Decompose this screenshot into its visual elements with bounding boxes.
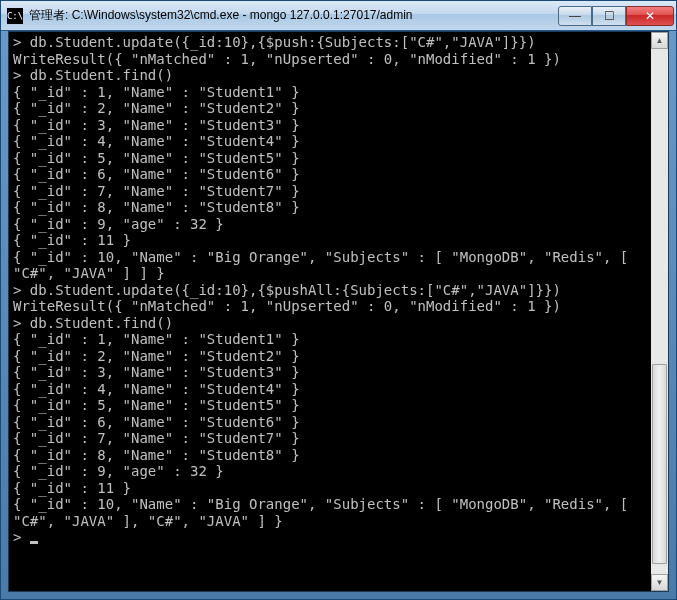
terminal-line: { "_id" : 7, "Name" : "Student7" } <box>13 183 646 200</box>
minimize-button[interactable]: — <box>558 6 592 26</box>
terminal-line: { "_id" : 6, "Name" : "Student6" } <box>13 166 646 183</box>
terminal-line: { "_id" : 8, "Name" : "Student8" } <box>13 447 646 464</box>
terminal-line: { "_id" : 11 } <box>13 480 646 497</box>
cursor <box>30 541 38 544</box>
scroll-down-button[interactable]: ▼ <box>651 574 668 591</box>
terminal-line: > db.Student.update({_id:10},{$pushAll:{… <box>13 282 646 299</box>
cmd-icon-label: C:\ <box>7 11 23 21</box>
terminal-line: { "_id" : 3, "Name" : "Student3" } <box>13 364 646 381</box>
terminal-line: { "_id" : 8, "Name" : "Student8" } <box>13 199 646 216</box>
terminal-line: { "_id" : 2, "Name" : "Student2" } <box>13 348 646 365</box>
terminal-line: > db.Student.update({_id:10},{$push:{Sub… <box>13 34 646 51</box>
terminal-line: { "_id" : 5, "Name" : "Student5" } <box>13 150 646 167</box>
terminal-line: { "_id" : 10, "Name" : "Big Orange", "Su… <box>13 496 646 529</box>
vertical-scrollbar[interactable]: ▲ ▼ <box>651 32 668 591</box>
terminal-line: { "_id" : 9, "age" : 32 } <box>13 216 646 233</box>
terminal-line: { "_id" : 4, "Name" : "Student4" } <box>13 381 646 398</box>
terminal-line: > <box>13 529 646 546</box>
window-controls: — ☐ ✕ <box>558 6 674 26</box>
cmd-window: C:\ 管理者: C:\Windows\system32\cmd.exe - m… <box>0 0 677 600</box>
terminal-line: { "_id" : 9, "age" : 32 } <box>13 463 646 480</box>
terminal-line: { "_id" : 7, "Name" : "Student7" } <box>13 430 646 447</box>
maximize-icon: ☐ <box>604 9 615 23</box>
scroll-up-button[interactable]: ▲ <box>651 32 668 49</box>
close-button[interactable]: ✕ <box>626 6 674 26</box>
chevron-up-icon: ▲ <box>656 36 664 45</box>
cmd-icon: C:\ <box>7 8 23 24</box>
scrollbar-track[interactable] <box>651 49 668 574</box>
titlebar[interactable]: C:\ 管理者: C:\Windows\system32\cmd.exe - m… <box>1 1 676 31</box>
terminal-line: { "_id" : 1, "Name" : "Student1" } <box>13 84 646 101</box>
minimize-icon: — <box>569 9 581 23</box>
terminal-line: { "_id" : 2, "Name" : "Student2" } <box>13 100 646 117</box>
terminal-line: WriteResult({ "nMatched" : 1, "nUpserted… <box>13 51 646 68</box>
scrollbar-thumb[interactable] <box>652 364 667 564</box>
terminal-line: { "_id" : 1, "Name" : "Student1" } <box>13 331 646 348</box>
maximize-button[interactable]: ☐ <box>592 6 626 26</box>
chevron-down-icon: ▼ <box>656 578 664 587</box>
terminal-line: WriteResult({ "nMatched" : 1, "nUpserted… <box>13 298 646 315</box>
window-title: 管理者: C:\Windows\system32\cmd.exe - mongo… <box>29 7 558 24</box>
terminal-line: { "_id" : 11 } <box>13 232 646 249</box>
terminal-line: { "_id" : 10, "Name" : "Big Orange", "Su… <box>13 249 646 282</box>
terminal-output[interactable]: > db.Student.update({_id:10},{$push:{Sub… <box>9 32 650 591</box>
terminal-line: > db.Student.find() <box>13 67 646 84</box>
terminal-line: { "_id" : 4, "Name" : "Student4" } <box>13 133 646 150</box>
terminal-line: { "_id" : 3, "Name" : "Student3" } <box>13 117 646 134</box>
terminal-line: { "_id" : 5, "Name" : "Student5" } <box>13 397 646 414</box>
terminal-line: > db.Student.find() <box>13 315 646 332</box>
terminal-line: { "_id" : 6, "Name" : "Student6" } <box>13 414 646 431</box>
terminal-frame: > db.Student.update({_id:10},{$push:{Sub… <box>8 31 669 592</box>
close-icon: ✕ <box>645 9 655 23</box>
